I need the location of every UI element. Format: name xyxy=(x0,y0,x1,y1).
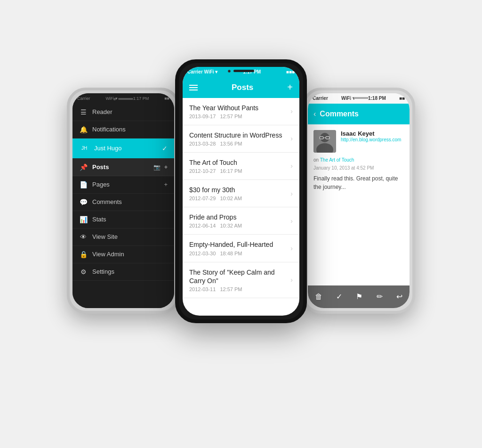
camera-dot-center xyxy=(228,70,231,73)
camera-dot-right xyxy=(349,97,351,99)
chevron-2: › xyxy=(290,162,293,170)
post-info-5: Empty-Handed, Full-Hearted 2012-03-30 18… xyxy=(189,240,273,256)
chevron-0: › xyxy=(290,107,293,115)
add-page-icon[interactable]: + xyxy=(164,181,168,188)
chevron-6: › xyxy=(290,276,293,284)
eye-icon: 👁 xyxy=(79,233,88,241)
hamburger-line-2 xyxy=(189,87,198,88)
battery-center: ■■■ xyxy=(286,69,295,74)
carrier-left: Carrier xyxy=(77,96,90,101)
sidebar-item-notifications[interactable]: 🔔 Notifications xyxy=(72,121,174,138)
gear-icon: ⚙ xyxy=(79,268,88,276)
post-title-2: The Art of Touch xyxy=(189,158,242,167)
camera-icon[interactable]: 📷 xyxy=(153,164,161,171)
post-date-1: 2013-03-28 13:56 PM xyxy=(189,141,282,147)
comment-user-row: Isaac Keyet http://en.blog.wordpress.com xyxy=(313,130,404,153)
post-title-5: Empty-Handed, Full-Hearted xyxy=(189,240,273,249)
add-post-button[interactable]: + xyxy=(287,82,293,93)
posts-list[interactable]: The Year Without Pants 2013-09-17 12:57 … xyxy=(183,98,299,316)
sidebar-item-reader[interactable]: ☰ Reader xyxy=(72,104,174,121)
sidebar-item-settings[interactable]: ⚙ Settings xyxy=(72,263,174,281)
reply-comment-button[interactable]: ↩ xyxy=(396,292,402,301)
stats-icon: 📊 xyxy=(79,216,88,223)
comments-header: ‹ Comments xyxy=(308,104,410,124)
flag-comment-button[interactable]: ⚑ xyxy=(356,292,362,301)
post-info-1: Content Structure in WordPress 2013-03-2… xyxy=(189,131,282,147)
hamburger-line-1 xyxy=(189,85,198,86)
chevron-3: › xyxy=(290,190,293,197)
avatar-just-hugo: JH xyxy=(79,143,89,154)
post-title-0: The Year Without Pants xyxy=(189,104,258,112)
comment-user-info: Isaac Keyet http://en.blog.wordpress.com xyxy=(341,130,401,153)
post-info-2: The Art of Touch 2012-10-27 16:17 PM xyxy=(189,158,242,174)
post-date-4: 2012-06-14 10:32 AM xyxy=(189,223,242,228)
sidebar-item-view-site[interactable]: 👁 View Site xyxy=(72,228,174,246)
comment-actions-bar: 🗑 ✓ ⚑ ✏ ↩ xyxy=(308,285,410,308)
avatar xyxy=(313,130,336,153)
post-item-6[interactable]: The Story of "Keep Calm and Carry On" 20… xyxy=(183,262,299,298)
posts-header-title: Posts xyxy=(232,83,253,92)
sidebar-item-posts[interactable]: 📌 Posts 📷 + xyxy=(72,159,174,176)
menu-button[interactable] xyxy=(189,85,198,90)
lock-icon: 🔒 xyxy=(79,251,88,258)
pin-icon: 📌 xyxy=(79,163,88,171)
sidebar-item-label-stats: Stats xyxy=(92,216,106,223)
comments-icon: 💬 xyxy=(79,198,88,206)
center-phone: Carrier WiFi ▾ 1:17 PM ■■■ Posts + xyxy=(175,59,307,323)
chevron-5: › xyxy=(290,244,293,252)
post-item-2[interactable]: The Art of Touch 2012-10-27 16:17 PM › xyxy=(183,153,299,180)
sidebar: ☰ Reader 🔔 Notifications JH Just Hugo ✓ xyxy=(72,104,174,308)
comment-card: Isaac Keyet http://en.blog.wordpress.com… xyxy=(308,124,410,308)
chevron-1: › xyxy=(290,135,293,142)
notifications-icon: 🔔 xyxy=(79,126,88,133)
sidebar-item-pages[interactable]: 📄 Pages + xyxy=(72,176,174,194)
left-phone: Carrier WiFi ▾ 1:17 PM ■■ ☰ Reader 🔔 N xyxy=(67,88,180,314)
hamburger-line-3 xyxy=(189,90,198,90)
post-item-3[interactable]: $30 for my 30th 2012-07-29 10:02 AM › xyxy=(183,180,299,207)
approve-comment-button[interactable]: ✓ xyxy=(336,292,342,301)
scene: Carrier WiFi ▾ 1:17 PM ■■ ☰ Reader 🔔 N xyxy=(53,31,429,417)
speaker-left xyxy=(118,98,133,100)
reader-icon: ☰ xyxy=(79,108,88,116)
comment-text: Finally read this. Great post, quite the… xyxy=(313,174,404,191)
post-info-0: The Year Without Pants 2013-09-17 12:57 … xyxy=(189,104,258,119)
post-date-0: 2013-09-17 12:57 PM xyxy=(189,114,258,119)
post-item-0[interactable]: The Year Without Pants 2013-09-17 12:57 … xyxy=(183,98,299,125)
comment-date: January 10, 2013 at 4:52 PM xyxy=(313,165,404,171)
post-info-3: $30 for my 30th 2012-07-29 10:02 AM xyxy=(189,186,242,201)
sidebar-item-view-admin[interactable]: 🔒 View Admin xyxy=(72,246,174,263)
sidebar-item-label-reader: Reader xyxy=(92,108,112,115)
post-date-3: 2012-07-29 10:02 AM xyxy=(189,195,242,201)
sidebar-item-label-comments: Comments xyxy=(92,198,122,205)
posts-actions: 📷 + xyxy=(153,164,168,171)
sidebar-item-just-hugo[interactable]: JH Just Hugo ✓ xyxy=(72,138,174,159)
post-title-3: $30 for my 30th xyxy=(189,186,242,194)
sidebar-item-label-posts: Posts xyxy=(92,163,109,171)
sidebar-item-label-settings: Settings xyxy=(92,268,114,275)
sidebar-item-label-view-site: View Site xyxy=(92,233,118,240)
back-button[interactable]: ‹ xyxy=(313,110,316,118)
pages-icon: 📄 xyxy=(79,181,88,188)
add-post-icon[interactable]: + xyxy=(164,164,168,171)
comment-post-link[interactable]: The Art of Touch xyxy=(320,157,354,163)
edit-comment-button[interactable]: ✏ xyxy=(377,292,383,301)
delete-comment-button[interactable]: 🗑 xyxy=(315,293,322,301)
carrier-center: Carrier WiFi ▾ xyxy=(187,69,217,74)
comments-header-title: Comments xyxy=(320,110,359,118)
sidebar-item-comments[interactable]: 💬 Comments xyxy=(72,194,174,211)
time-right: 1:18 PM xyxy=(368,96,386,101)
sidebar-item-stats[interactable]: 📊 Stats xyxy=(72,211,174,228)
post-item-1[interactable]: Content Structure in WordPress 2013-03-2… xyxy=(183,125,299,153)
commenter-url[interactable]: http://en.blog.wordpress.com xyxy=(341,137,401,142)
time-left: 1:17 PM xyxy=(133,96,149,101)
battery-left: ■■ xyxy=(164,96,169,101)
speaker-right xyxy=(353,97,369,99)
chevron-4: › xyxy=(290,217,293,225)
post-date-2: 2012-10-27 16:17 PM xyxy=(189,168,242,174)
commenter-name: Isaac Keyet xyxy=(341,130,401,137)
post-item-4[interactable]: Pride and Props 2012-06-14 10:32 AM › xyxy=(183,207,299,235)
post-item-5[interactable]: Empty-Handed, Full-Hearted 2012-03-30 18… xyxy=(183,235,299,262)
sidebar-item-label-pages: Pages xyxy=(92,181,110,188)
post-title-1: Content Structure in WordPress xyxy=(189,131,282,139)
avatar-svg xyxy=(313,130,336,153)
